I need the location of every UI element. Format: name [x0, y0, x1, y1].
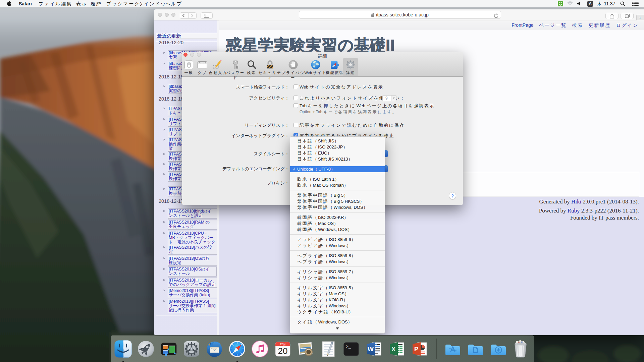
svg-text:W: W	[368, 346, 374, 353]
svg-text:20: 20	[278, 346, 288, 356]
svg-text:P: P	[414, 346, 419, 353]
svg-text:>_: >_	[346, 344, 351, 349]
svg-text:12月: 12月	[279, 343, 286, 346]
svg-text:X: X	[391, 346, 396, 353]
